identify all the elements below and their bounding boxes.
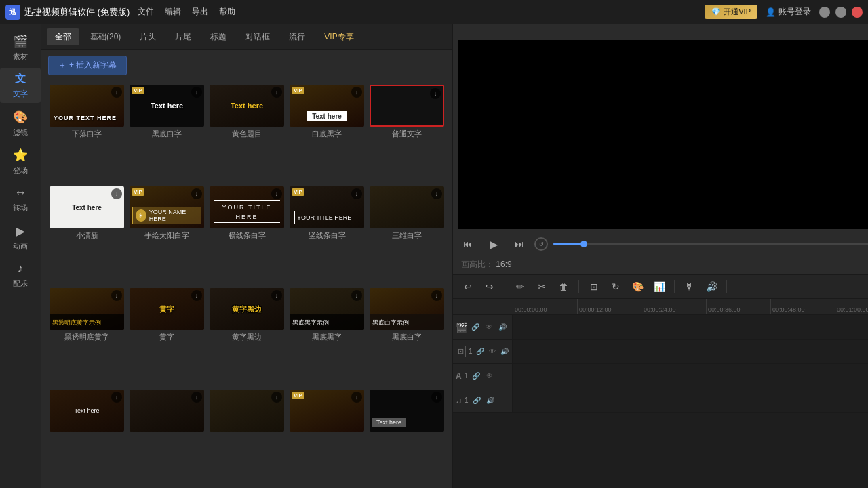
template-item-11[interactable]: 黑透明底黄字示例 ↓ 黑透明底黄字: [48, 287, 125, 386]
download-icon-1[interactable]: ↓: [111, 87, 122, 98]
play-button[interactable]: ▶: [483, 233, 505, 255]
template-item-19[interactable]: VIP ↓ -: [288, 388, 366, 485]
track-lock-text[interactable]: 🔗: [471, 371, 481, 382]
template-item-7[interactable]: VIP ☀ YOUR NAME HERE ↓ 手绘太阳白字: [128, 185, 205, 284]
template-item-10[interactable]: ↓ 三维白字: [368, 185, 446, 284]
template-item-3[interactable]: Text here ↓ 黄色题目: [208, 83, 285, 182]
track-eye-2[interactable]: 👁: [488, 346, 497, 357]
track-mute-2[interactable]: 🔊: [500, 346, 509, 357]
tab-tail[interactable]: 片尾: [167, 28, 199, 45]
download-icon-16[interactable]: ↓: [111, 392, 122, 403]
edit-button[interactable]: ✏: [511, 277, 530, 296]
template-item-8[interactable]: YOUR TITLE HERE ↓ 横线条白字: [208, 185, 285, 284]
download-icon-9[interactable]: ↓: [351, 188, 362, 199]
download-icon-6[interactable]: ↓: [111, 188, 122, 199]
template-item-5[interactable]: ↓ 普通文字: [368, 83, 446, 182]
download-icon-15[interactable]: ↓: [431, 290, 442, 301]
tab-popular[interactable]: 流行: [281, 28, 313, 45]
sticker-icon: ⭐: [13, 148, 28, 163]
tab-header[interactable]: 片头: [132, 28, 164, 45]
download-icon-13[interactable]: ↓: [271, 290, 282, 301]
next-frame-button[interactable]: ⏭: [510, 235, 529, 253]
progress-bar[interactable]: [553, 243, 868, 245]
track-mute-video[interactable]: 🔊: [497, 322, 508, 333]
download-icon-3[interactable]: ↓: [271, 87, 282, 98]
download-icon-11[interactable]: ↓: [111, 290, 122, 301]
undo-button[interactable]: ↩: [458, 277, 477, 296]
track-content-video[interactable]: [513, 315, 868, 339]
timeline-ruler: 00:00:00.00 00:00:12.00 00:00:24.00 00:0…: [453, 299, 868, 315]
template-item-12[interactable]: 黄字 ↓ 黄字: [128, 287, 205, 386]
tab-vip[interactable]: VIP专享: [316, 28, 361, 45]
download-icon-2[interactable]: ↓: [191, 87, 202, 98]
sidebar-item-text[interactable]: 文 文字: [0, 68, 41, 103]
download-icon-8[interactable]: ↓: [271, 188, 282, 199]
download-icon-14[interactable]: ↓: [351, 290, 362, 301]
menu-edit[interactable]: 编辑: [165, 6, 181, 18]
template-item-4[interactable]: VIP Text here ↓ 白底黑字: [288, 83, 366, 182]
record-button[interactable]: 🎙: [680, 277, 699, 296]
template-item-14[interactable]: 黑底黑字示例 ↓ 黑底黑字: [288, 287, 366, 386]
download-icon-19[interactable]: ↓: [351, 392, 362, 403]
video-track-icon: 🎬: [456, 322, 467, 333]
split-button[interactable]: ✂: [532, 277, 551, 296]
crop-button[interactable]: ⊡: [585, 277, 604, 296]
sidebar-item-transition[interactable]: ↔ 转场: [0, 182, 41, 217]
sidebar-item-music[interactable]: ♪ 配乐: [0, 258, 41, 293]
download-icon-17[interactable]: ↓: [191, 392, 202, 403]
track-lock-audio[interactable]: 🔗: [471, 395, 482, 406]
delete-button[interactable]: 🗑: [554, 277, 573, 296]
template-item-2[interactable]: VIP Text here ↓ 黑底白字: [128, 83, 205, 182]
sidebar-item-filter[interactable]: 🎨 滤镜: [0, 106, 41, 141]
insert-subtitle-button[interactable]: ＋ + 插入新字幕: [48, 56, 127, 75]
track-lock-video[interactable]: 🔗: [470, 322, 481, 333]
track-content-text[interactable]: [513, 364, 868, 388]
template-item-17[interactable]: ↓ -: [128, 388, 205, 485]
maximize-button[interactable]: □: [835, 7, 846, 18]
rotate-button[interactable]: ↻: [606, 277, 625, 296]
template-item-16[interactable]: Text here ↓ -: [48, 388, 125, 485]
template-grid-container: YOUR TEXT HERE ↓ 下落白字 VIP Text here ↓ 黑底…: [41, 81, 452, 488]
sidebar-item-animation[interactable]: ▶ 动画: [0, 220, 41, 255]
vip-badge-7: VIP: [132, 188, 144, 196]
track-eye-text[interactable]: 👁: [484, 371, 495, 382]
sidebar-item-media[interactable]: 🎬 素材: [0, 30, 41, 65]
template-item-6[interactable]: Text here ↓ 小清新: [48, 185, 125, 284]
tab-title[interactable]: 标题: [202, 28, 235, 45]
tab-basic[interactable]: 基础(20): [82, 28, 129, 45]
template-item-9[interactable]: VIP YOUR TITLE HERE ↓ 竖线条白字: [288, 185, 366, 284]
download-icon-4[interactable]: ↓: [351, 87, 362, 98]
prev-frame-button[interactable]: ⏮: [458, 235, 477, 253]
download-icon-12[interactable]: ↓: [191, 290, 202, 301]
template-item-1[interactable]: YOUR TEXT HERE ↓ 下落白字: [48, 83, 125, 182]
template-item-15[interactable]: 黑底白字示例 ↓ 黑底白字: [368, 287, 446, 386]
tab-all[interactable]: 全部: [47, 28, 79, 45]
redo-button[interactable]: ↪: [480, 277, 499, 296]
menu-file[interactable]: 文件: [138, 6, 154, 18]
voice-button[interactable]: 🔊: [702, 277, 721, 296]
download-icon-18[interactable]: ↓: [271, 392, 282, 403]
template-item-20[interactable]: Text here ↓ -: [368, 388, 446, 485]
download-icon-10[interactable]: ↓: [431, 188, 442, 199]
chart-button[interactable]: 📊: [650, 277, 669, 296]
download-icon-20[interactable]: ↓: [431, 392, 442, 403]
menu-export[interactable]: 导出: [192, 6, 208, 18]
color-button[interactable]: 🎨: [628, 277, 647, 296]
sidebar-item-sticker[interactable]: ⭐ 登场: [0, 144, 41, 179]
vip-button[interactable]: 💎 开通VIP: [705, 5, 757, 19]
loop-button[interactable]: ↺: [534, 237, 548, 251]
account-button[interactable]: 👤 账号登录: [766, 6, 811, 18]
menu-help[interactable]: 帮助: [219, 6, 235, 18]
track-lock-2[interactable]: 🔗: [475, 346, 485, 357]
template-item-18[interactable]: ↓ -: [208, 388, 285, 485]
download-icon-7[interactable]: ↓: [191, 188, 202, 199]
track-content-2[interactable]: [513, 340, 868, 363]
track-eye-video[interactable]: 👁: [484, 322, 494, 333]
minimize-button[interactable]: −: [819, 7, 830, 18]
track-mute-audio[interactable]: 🔊: [485, 395, 496, 406]
template-item-13[interactable]: 黄字黑边 ↓ 黄字黑边: [208, 287, 285, 386]
tab-dialog[interactable]: 对话框: [237, 28, 278, 45]
close-button[interactable]: ✕: [852, 7, 863, 18]
download-icon-5[interactable]: ↓: [430, 88, 441, 99]
track-content-audio[interactable]: [513, 388, 868, 412]
